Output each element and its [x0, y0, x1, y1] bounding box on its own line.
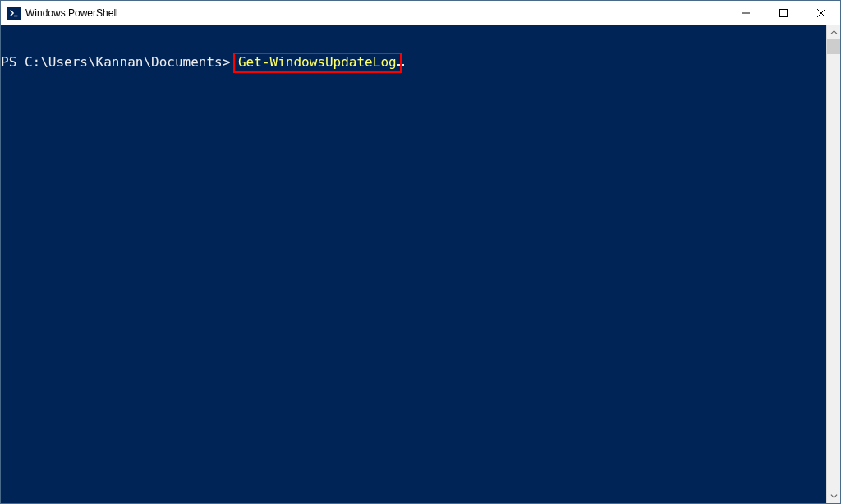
command-text: Get-WindowsUpdateLog — [238, 54, 397, 70]
powershell-window: Windows PowerShell PS C:\Users\Kannan\Do… — [0, 0, 841, 504]
scroll-thumb[interactable] — [827, 39, 840, 54]
minimize-button[interactable] — [727, 1, 765, 25]
text-cursor — [397, 64, 404, 66]
close-button[interactable] — [802, 1, 840, 25]
titlebar[interactable]: Windows PowerShell — [1, 1, 840, 25]
vertical-scrollbar[interactable] — [826, 25, 840, 503]
chevron-up-icon — [830, 29, 838, 36]
maximize-button[interactable] — [765, 1, 802, 25]
powershell-icon — [7, 7, 21, 20]
chevron-down-icon — [830, 493, 838, 500]
window-title: Windows PowerShell — [25, 7, 118, 19]
scroll-up-button[interactable] — [827, 25, 840, 39]
scroll-down-button[interactable] — [827, 489, 840, 503]
svg-rect-3 — [780, 9, 788, 16]
client-area: PS C:\Users\Kannan\Documents> Get-Window… — [1, 25, 840, 503]
console-area[interactable]: PS C:\Users\Kannan\Documents> Get-Window… — [1, 25, 826, 503]
prompt-text: PS C:\Users\Kannan\Documents> — [1, 54, 238, 70]
scroll-track[interactable] — [827, 39, 840, 489]
console-line: PS C:\Users\Kannan\Documents> Get-Window… — [1, 55, 826, 70]
